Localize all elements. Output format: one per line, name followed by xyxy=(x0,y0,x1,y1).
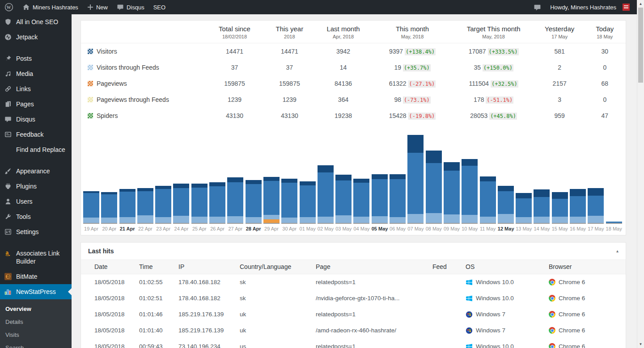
wrench-icon xyxy=(4,213,13,221)
sidebar-item-label: Users xyxy=(16,197,33,205)
wordpress-menu-button[interactable]: W xyxy=(0,0,18,14)
chart-bar-column: 30 Apr xyxy=(281,134,297,231)
stats-table-body: Visitors144711447139429397 (+138.4%)1708… xyxy=(81,43,626,124)
comments-notification-button[interactable] xyxy=(529,0,546,14)
bar-segment-navy xyxy=(588,188,604,196)
chart-bar-column: 23 Apr xyxy=(155,134,171,231)
feedback-icon xyxy=(4,130,13,138)
percent-change-badge: (-51.1%) xyxy=(486,96,513,104)
bar-segment-light xyxy=(407,214,424,223)
sidebar-item-appearance[interactable]: Appearance xyxy=(0,164,72,179)
bar-segment-light xyxy=(444,214,460,223)
chrome-icon xyxy=(549,327,555,334)
new-content-button[interactable]: New xyxy=(83,0,112,14)
sidebar-item-jetpack[interactable]: Jetpack xyxy=(0,29,72,45)
stacked-bar xyxy=(101,134,117,224)
stats-column-header: This year2018 xyxy=(265,21,314,43)
pages-icon xyxy=(4,100,13,108)
sidebar-item-plugins[interactable]: Plugins xyxy=(0,179,72,194)
comment-icon xyxy=(4,115,13,123)
stats-value-cell: 98 (-73.1%) xyxy=(373,92,452,108)
svg-text:W: W xyxy=(7,5,11,10)
bar-segment-light xyxy=(570,217,586,223)
shield-icon xyxy=(4,18,13,26)
submenu-item-details[interactable]: Details xyxy=(0,315,72,328)
sidebar-item-disqus[interactable]: Disqus xyxy=(0,112,72,127)
chart-bar-column: 18 May xyxy=(606,134,622,231)
metric-value: 84136 xyxy=(335,80,352,87)
bar-segment-blue xyxy=(444,171,460,214)
bar-segment-light xyxy=(173,216,189,223)
bar-segment-blue xyxy=(83,193,99,218)
sidebar-item-tools[interactable]: Tools xyxy=(0,209,72,224)
chart-date-label: 25 Apr xyxy=(191,226,208,231)
sidebar-item-pages[interactable]: Pages xyxy=(0,96,72,112)
submenu-item-search[interactable]: Search xyxy=(0,341,72,348)
os-label: Windows 10.0 xyxy=(476,343,514,348)
scrollbar-up-arrow[interactable]: ▲ xyxy=(637,0,644,8)
sidebar-item-links[interactable]: Links xyxy=(0,81,72,96)
metric-value: 68 xyxy=(601,80,608,87)
hit-os: Windows 10.0 xyxy=(466,279,549,286)
site-name-button[interactable]: Miners Hashrates xyxy=(18,0,83,14)
last-hits-column-header: Page xyxy=(316,263,432,270)
windows-7-icon xyxy=(466,327,473,334)
bar-segment-navy xyxy=(246,180,262,184)
last-hits-table: DateTimeIPCountry/LanguagePageFeedOSBrow… xyxy=(81,260,626,348)
column-title: Last month xyxy=(314,25,373,33)
chart-date-label: 06 May xyxy=(390,226,406,231)
bar-segment-navy xyxy=(263,177,280,181)
chart-date-label: 22 Apr xyxy=(137,226,153,231)
windows-10-icon xyxy=(466,343,473,348)
hit-ip: 185.219.176.139 xyxy=(178,327,240,334)
bar-segment-blue xyxy=(426,163,442,213)
stats-column-header: Total since18/02/2018 xyxy=(204,21,266,43)
stats-panel: Total since18/02/2018This year2018Last m… xyxy=(80,20,626,235)
scrollbar-down-arrow[interactable]: ▼ xyxy=(637,340,644,348)
stats-row-label-cell: Visitors xyxy=(81,43,204,59)
hit-country: sk xyxy=(240,279,316,285)
admin-sidebar: All in One SEOJetpackPostsMediaLinksPage… xyxy=(0,14,72,348)
hit-country: us xyxy=(240,343,316,348)
bar-segment-blue xyxy=(209,186,225,217)
bar-segment-navy xyxy=(552,192,568,199)
sidebar-item-label: Appearance xyxy=(16,167,50,175)
metric-value: 14471 xyxy=(281,48,298,55)
column-title: This year xyxy=(265,25,314,33)
stats-value-cell: 28053 (+45.8%) xyxy=(452,108,535,124)
bar-segment-light xyxy=(534,217,550,223)
stats-row-label-cell: Pageviews xyxy=(81,75,204,92)
page-scrollbar[interactable]: ▲ ▼ xyxy=(637,0,644,348)
column-title: Yesterday xyxy=(535,25,584,33)
stacked-bar xyxy=(534,134,550,224)
last-hits-column-header: IP xyxy=(178,263,240,270)
sidebar-item-media[interactable]: Media xyxy=(0,66,72,81)
hit-time: 01:01:46 xyxy=(139,311,178,318)
disqus-adminbar-button[interactable]: Disqus xyxy=(112,0,149,14)
comment-bubble-icon xyxy=(117,4,124,11)
chart-bar-column: 06 May xyxy=(390,134,406,231)
seo-adminbar-button[interactable]: SEO xyxy=(149,0,170,14)
sidebar-item-associates-link-builder[interactable]: aAssociates Link Builder xyxy=(0,246,72,269)
sidebar-item-newstatpress[interactable]: NewStatPress xyxy=(0,284,72,299)
account-menu[interactable]: Howdy, Miners Hashrates xyxy=(546,0,634,14)
sidebar-item-bitmate[interactable]: ₿BitMate xyxy=(0,269,72,284)
sidebar-item-label: Posts xyxy=(16,55,32,63)
scrollbar-thumb[interactable] xyxy=(638,8,643,83)
sidebar-item-feedback[interactable]: Feedback xyxy=(0,127,72,142)
sidebar-item-find-and-replace[interactable]: Find and Replace xyxy=(0,142,72,157)
stats-row: Pageviews through Feeds1239123936498 (-7… xyxy=(81,92,626,108)
chart-date-label: 26 Apr xyxy=(209,226,225,231)
bar-segment-navy xyxy=(390,174,406,179)
sidebar-item-settings[interactable]: Settings xyxy=(0,224,72,239)
bar-segment-blue xyxy=(335,180,352,215)
sidebar-item-posts[interactable]: Posts xyxy=(0,51,72,66)
collapse-panel-icon[interactable]: ▴ xyxy=(616,248,619,253)
submenu-item-overview[interactable]: Overview xyxy=(0,302,72,315)
metric-value: 0 xyxy=(603,64,606,71)
stats-value-cell: 111504 (+32.5%) xyxy=(452,75,535,92)
sidebar-item-users[interactable]: Users xyxy=(0,194,72,209)
submenu-item-visits[interactable]: Visits xyxy=(0,328,72,341)
sidebar-item-all-in-one-seo[interactable]: All in One SEO xyxy=(0,14,72,29)
legend-swatch xyxy=(88,97,93,102)
